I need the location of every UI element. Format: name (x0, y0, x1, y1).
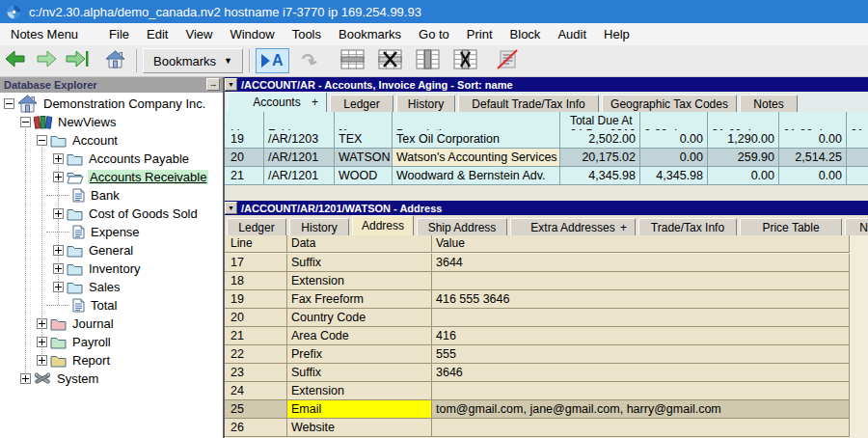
cell-name[interactable]: WATSON (335, 149, 393, 167)
tab-geographic-tax-codes[interactable]: Geographic Tax Codes (602, 95, 737, 112)
delete-column-button[interactable] (453, 48, 478, 73)
tree-item-accounts-receivable[interactable]: Accounts Receivable (0, 168, 223, 186)
tab-notes[interactable]: Notes (740, 95, 798, 112)
tree-item-account[interactable]: Account (0, 131, 223, 150)
cell-value[interactable] (432, 419, 850, 437)
home-button[interactable] (102, 48, 127, 73)
cell-data[interactable]: Suffix (287, 254, 432, 272)
expand-icon[interactable] (37, 337, 47, 347)
cell-days-31-60[interactable]: 0.00 (708, 167, 779, 185)
cell-days-61-90[interactable]: 0.00 (779, 167, 847, 185)
cell-line[interactable]: 24 (227, 382, 287, 400)
cell-days-61-90[interactable]: 0.00 (779, 130, 847, 149)
back-button[interactable] (3, 48, 28, 73)
menu-item-edit[interactable]: Edit (138, 23, 176, 45)
tree-item-general[interactable]: General (0, 241, 223, 260)
cell-line[interactable]: 23 (227, 364, 287, 382)
menu-item-help[interactable]: Help (595, 23, 638, 45)
cell-line[interactable]: 20 (227, 149, 264, 167)
window-menu-button[interactable]: ▼ (225, 78, 237, 91)
cell-description[interactable]: Tex Oil Corporation (393, 130, 560, 149)
cell-folder[interactable]: /AR/1201 (264, 149, 335, 167)
tree-item-demonstration-company-inc[interactable]: Demonstration Company Inc. (0, 95, 223, 113)
tree-item-system[interactable]: System (0, 370, 223, 388)
cell-value[interactable]: 555 (432, 345, 850, 364)
cell-data[interactable]: Extension (287, 382, 432, 400)
expand-icon[interactable] (53, 153, 64, 164)
cell-days-91[interactable] (847, 167, 868, 185)
cell-data[interactable]: Extension (287, 272, 432, 290)
window-menu-button[interactable]: ▼ (225, 202, 237, 214)
tree-item-expense[interactable]: Expense (0, 223, 223, 241)
menu-item-print[interactable]: Print (458, 23, 502, 45)
collapse-icon[interactable] (37, 135, 47, 146)
tree-item-payroll[interactable]: Payroll (0, 333, 223, 351)
tree-item-bank[interactable]: Bank (0, 186, 223, 205)
tab-history[interactable]: History (396, 95, 455, 112)
expand-icon[interactable] (37, 318, 47, 329)
expand-icon[interactable] (20, 373, 31, 384)
cell-folder[interactable]: /AR/1201 (264, 167, 335, 185)
expand-icon[interactable] (53, 245, 64, 256)
cell-value[interactable]: 3644 (432, 254, 850, 272)
menu-item-file[interactable]: File (100, 23, 138, 45)
tab-history[interactable]: History (289, 218, 349, 235)
tab-plus-icon[interactable]: + (620, 221, 627, 234)
menu-item-view[interactable]: View (176, 23, 221, 45)
expand-icon[interactable] (53, 282, 64, 292)
cell-total-due[interactable]: 2,502.00 (560, 130, 640, 149)
expand-icon[interactable] (53, 208, 64, 219)
cell-data[interactable]: Area Code (287, 327, 432, 345)
menu-item-tools[interactable]: Tools (284, 23, 330, 45)
forward-end-button[interactable] (65, 48, 90, 73)
cell-days-0-30[interactable]: 0.00 (640, 130, 708, 149)
tab-price-table[interactable]: Price Table (740, 218, 842, 235)
cell-line[interactable]: 21 (227, 167, 264, 185)
cell-line[interactable]: 20 (227, 309, 287, 327)
expand-icon[interactable] (53, 172, 64, 182)
tab-ledger[interactable]: Ledger (227, 218, 286, 235)
tree-item-inventory[interactable]: Inventory (0, 260, 223, 278)
cell-description[interactable]: Woodward & Bernstein Adv. (393, 167, 560, 185)
cell-data[interactable]: Email (287, 400, 432, 419)
cell-days-31-60[interactable]: 1,290.00 (708, 130, 779, 149)
tab-accounts[interactable]: Accounts+ (227, 92, 327, 112)
expand-icon[interactable] (37, 355, 47, 366)
undo-button[interactable]: ↶ (297, 48, 322, 73)
cell-data[interactable]: Website (287, 419, 432, 437)
cell-value[interactable]: 416 (432, 327, 850, 345)
cell-days-0-30[interactable]: 0.00 (640, 149, 708, 167)
tab-notes[interactable]: Notes (845, 218, 868, 235)
menu-item-audit[interactable]: Audit (549, 23, 595, 45)
cell-line[interactable]: 18 (227, 272, 287, 290)
tab-ledger[interactable]: Ledger (330, 95, 393, 112)
run-command-button[interactable]: A (256, 48, 289, 73)
tab-extra-addresses[interactable]: Extra Addresses+ (510, 218, 636, 235)
tree-item-cost-of-goods-sold[interactable]: Cost of Goods Sold (0, 205, 223, 223)
menu-item-bookmarks[interactable]: Bookmarks (330, 23, 410, 45)
cell-name[interactable]: WOOD (335, 167, 393, 185)
cell-value[interactable]: 416 555 3646 (432, 290, 850, 309)
tree-item-newviews[interactable]: NewViews (0, 113, 223, 131)
tab-plus-icon[interactable]: + (312, 96, 318, 109)
cell-line[interactable]: 17 (227, 254, 287, 272)
tree-item-accounts-payable[interactable]: Accounts Payable (0, 150, 223, 168)
menu-item-window[interactable]: Window (221, 23, 283, 45)
cell-line[interactable]: 19 (227, 290, 287, 309)
cell-data[interactable]: Fax Freeform (287, 290, 432, 309)
cell-days-91[interactable] (847, 149, 868, 167)
menu-item-go-to[interactable]: Go to (410, 23, 458, 45)
cell-days-0-30[interactable]: 4,345.98 (640, 167, 708, 185)
tab-ship-address[interactable]: Ship Address (417, 218, 507, 235)
cell-folder[interactable]: /AR/1203 (264, 130, 335, 149)
cell-line[interactable]: 21 (227, 327, 287, 345)
cell-total-due[interactable]: 4,345.98 (560, 167, 640, 185)
strike-notes-button[interactable] (495, 48, 520, 73)
tab-address[interactable]: Address (352, 215, 414, 235)
cell-line[interactable]: 22 (227, 345, 287, 364)
cell-days-31-60[interactable]: 259.90 (708, 149, 779, 167)
tab-trade-tax-info[interactable]: Trade/Tax Info (638, 218, 737, 235)
cell-value[interactable]: tom@gmail.com, jane@gmail.com, harry@gma… (432, 400, 850, 419)
cell-total-due[interactable]: 20,175.02 (560, 149, 640, 167)
tree-item-sales[interactable]: Sales (0, 278, 223, 296)
